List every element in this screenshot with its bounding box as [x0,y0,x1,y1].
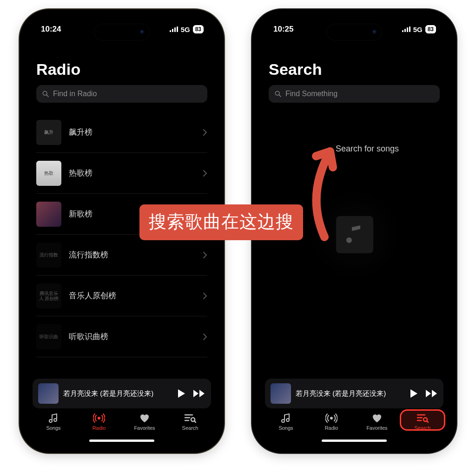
list-thumb: 流行指数 [36,243,61,268]
forward-icon[interactable] [425,389,438,398]
search-input[interactable]: Find Something [269,85,440,103]
tab-search[interactable]: Search [400,409,445,431]
tab-label: Radio [93,425,106,431]
tab-label: Search [415,425,431,431]
tab-label: Favorites [134,425,155,431]
svg-line-6 [279,95,281,97]
list-item-title: 听歌识曲榜 [69,331,195,342]
list-thumb: 热歌 [36,161,61,186]
list-item[interactable]: 听歌识曲 听歌识曲榜 [36,316,207,357]
network-label: 5G [413,26,423,33]
tab-radio[interactable]: Radio [76,409,122,431]
search-input[interactable]: Find in Radio [36,85,207,103]
battery-indicator: 83 [193,25,204,33]
empty-state-art [306,186,403,283]
tab-label: Search [182,425,198,431]
dynamic-island [94,24,149,40]
mini-player[interactable]: 若月亮没来 (若是月亮还没来) [265,379,443,408]
tab-songs[interactable]: Songs [31,409,76,431]
chevron-right-icon [203,129,207,136]
battery-indicator: 83 [425,25,436,33]
play-icon[interactable] [177,388,186,399]
home-indicator[interactable] [322,440,387,442]
list-item-title: 飙升榜 [69,127,195,138]
dynamic-island [327,24,382,40]
status-time: 10:24 [41,25,61,34]
now-playing-title: 若月亮没来 (若是月亮还没来) [63,389,172,398]
now-playing-title: 若月亮没来 (若是月亮还没来) [296,389,404,398]
chevron-right-icon [203,333,207,341]
search-icon [42,90,49,98]
mini-player-art [271,383,291,404]
search-placeholder: Find Something [285,90,337,98]
tab-label: Songs [46,425,60,431]
tab-label: Favorites [366,425,387,431]
music-icon [48,412,59,424]
music-note-icon [336,216,373,253]
tab-label: Radio [325,425,338,431]
list-item-title: 流行指数榜 [69,249,195,260]
svg-line-1 [46,95,48,97]
list-thumb: 听歌识曲 [36,324,61,349]
list-item[interactable]: 流行指数 流行指数榜 [36,235,207,276]
page-title: Search [269,60,440,79]
search-icon [274,90,282,98]
tab-favorites[interactable]: Favorites [122,409,167,431]
music-icon [280,412,291,424]
chevron-right-icon [203,170,207,177]
radio-icon [93,412,105,424]
heart-icon [371,412,383,424]
tab-radio[interactable]: Radio [309,409,354,431]
annotation-callout: 搜索歌曲在这边搜 [139,204,303,240]
forward-icon[interactable] [192,389,205,398]
svg-line-9 [427,421,428,422]
empty-state-hint: Search for songs [336,144,399,154]
tab-search[interactable]: Search [167,409,213,431]
search-placeholder: Find in Radio [53,90,97,98]
home-indicator[interactable] [89,440,154,442]
signal-icon [170,26,178,32]
list-item-title: 热歌榜 [69,168,195,178]
search-list-icon [416,412,429,424]
list-item[interactable]: 飙升 飙升榜 [36,112,207,153]
tab-favorites[interactable]: Favorites [354,409,400,431]
chevron-right-icon [203,251,207,259]
tab-label: Songs [278,425,293,431]
list-thumb: 飙升 [36,120,61,145]
svg-point-7 [330,417,333,420]
play-icon[interactable] [409,388,418,399]
svg-point-2 [98,417,100,420]
mini-player[interactable]: 若月亮没来 (若是月亮还没来) [33,379,211,408]
page-title: Radio [36,60,207,79]
heart-icon [139,412,150,424]
chevron-right-icon [203,292,207,300]
svg-line-4 [194,421,196,422]
mini-player-art [38,383,59,404]
search-list-icon [184,412,196,424]
network-label: 5G [181,26,190,33]
signal-icon [402,26,410,32]
list-item[interactable]: 腾讯音乐人 原创榜 音乐人原创榜 [36,276,207,316]
list-thumb [36,202,61,227]
radio-icon [325,412,337,424]
list-item-title: 音乐人原创榜 [69,290,195,301]
tab-songs[interactable]: Songs [263,409,309,431]
list-item[interactable]: 热歌 热歌榜 [36,153,207,194]
list-thumb: 腾讯音乐人 原创榜 [36,283,61,308]
status-time: 10:25 [273,25,293,34]
